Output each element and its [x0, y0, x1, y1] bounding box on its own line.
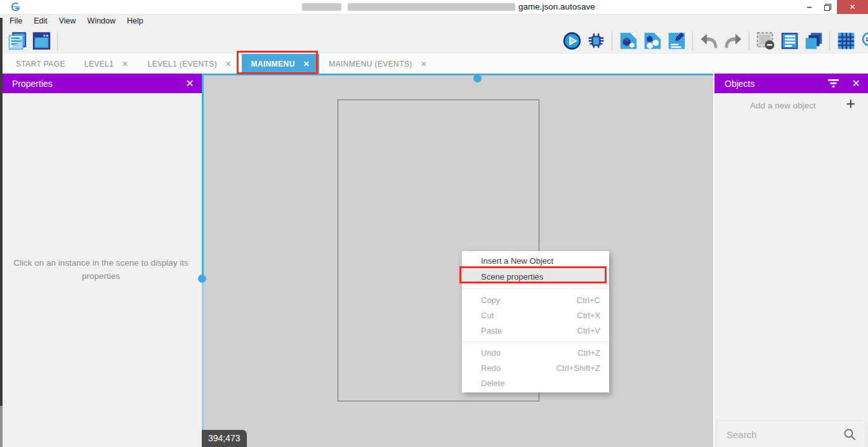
- canvas-left-border-lower: [202, 279, 204, 447]
- context-menu-item-delete: Delete: [462, 375, 609, 391]
- redo-icon[interactable]: [722, 30, 744, 52]
- menu-item-label: Delete: [481, 379, 600, 388]
- menu-item-label: Redo: [481, 363, 556, 373]
- menu-item-shortcut: Ctrl+Z: [577, 348, 600, 358]
- menu-item-view[interactable]: View: [53, 15, 82, 29]
- minimize-button[interactable]: –: [800, 0, 819, 14]
- tab-label: START PAGE: [16, 60, 65, 68]
- menu-item-edit[interactable]: Edit: [28, 15, 53, 29]
- properties-panel-header: Properties ✕: [0, 74, 202, 93]
- search-input[interactable]: [727, 425, 834, 444]
- menu-item-help[interactable]: Help: [121, 15, 149, 29]
- grid-icon[interactable]: [835, 30, 857, 52]
- gdevelop-logo-icon: [11, 2, 21, 12]
- plus-icon[interactable]: +: [846, 94, 855, 113]
- canvas-left-border: [202, 74, 204, 279]
- context-menu-separator: [462, 341, 609, 342]
- insert-objects-icon[interactable]: [641, 30, 663, 52]
- start-page-icon[interactable]: [30, 30, 52, 52]
- tab-close-icon[interactable]: ✕: [122, 60, 128, 68]
- objects-panel-header: Objects ✕: [714, 74, 868, 93]
- screen-edge-strip: [0, 406, 3, 447]
- menu-item-label: Paste: [481, 326, 577, 335]
- tab-level1[interactable]: LEVEL1✕: [75, 54, 138, 74]
- objects-panel: Objects ✕ Add a new object +: [714, 74, 868, 447]
- splitter-handle-left[interactable]: [198, 275, 206, 283]
- tab-bar: START PAGELEVEL1✕LEVEL1 (EVENTS)✕MAINMEN…: [0, 54, 868, 74]
- object-search-box: [716, 420, 866, 447]
- menu-item-shortcut: Ctrl+V: [577, 326, 600, 335]
- edit-scene-icon[interactable]: [666, 30, 687, 52]
- context-menu-item-undo: UndoCtrl+Z: [462, 345, 609, 360]
- menu-item-shortcut: Ctrl+X: [577, 311, 600, 320]
- annotation-box-mainmenu-tab: [237, 51, 319, 74]
- menu-item-label: Cut: [481, 311, 577, 320]
- splitter-handle-top[interactable]: [473, 74, 482, 82]
- layers-list-icon[interactable]: [779, 30, 800, 52]
- menu-item-label: Insert a New Object: [481, 256, 600, 266]
- scene-canvas[interactable]: 394;473: [202, 74, 713, 447]
- menu-item-window[interactable]: Window: [82, 15, 121, 29]
- menu-item-label: Undo: [481, 348, 577, 358]
- tab-level1-events[interactable]: LEVEL1 (EVENTS)✕: [138, 54, 242, 74]
- close-icon[interactable]: ✕: [186, 74, 194, 93]
- tab-close-icon[interactable]: ✕: [421, 60, 427, 68]
- properties-empty-message: Click on an instance in the scene to dis…: [5, 256, 197, 283]
- toolbar-separator: [692, 32, 693, 51]
- tab-label: LEVEL1 (EVENTS): [148, 60, 217, 68]
- add-object-label: Add a new object: [750, 101, 816, 110]
- window-title: game.json.autosave: [518, 0, 595, 14]
- context-menu-item-redo: RedoCtrl+Shift+Z: [462, 360, 609, 375]
- menubar: FileEditViewWindowHelp: [0, 14, 868, 28]
- titlebar: game.json.autosave – ✕: [0, 0, 868, 14]
- properties-panel-title: Properties: [0, 79, 53, 89]
- context-menu-item-paste: PasteCtrl+V: [462, 323, 609, 338]
- screen-edge-strip: [0, 18, 3, 406]
- debugger-icon[interactable]: [585, 30, 607, 52]
- menu-item-file[interactable]: File: [4, 15, 28, 29]
- context-menu-item-copy: CopyCtrl+C: [462, 292, 609, 308]
- play-icon[interactable]: [561, 30, 582, 52]
- toolbar-separator: [749, 32, 749, 51]
- layers-stack-icon[interactable]: [803, 30, 824, 52]
- properties-panel: Properties ✕ Click on an instance in the…: [0, 74, 202, 447]
- tab-label: MAINMENU (EVENTS): [329, 60, 412, 68]
- zoom-1-1-icon[interactable]: 1:1: [859, 30, 868, 52]
- objects-panel-title: Objects: [714, 79, 754, 89]
- svg-text:1:1: 1:1: [865, 37, 868, 42]
- toolbar: 1:1: [0, 28, 868, 54]
- close-button[interactable]: ✕: [837, 0, 868, 14]
- tab-label: LEVEL1: [84, 60, 114, 68]
- toolbar-separator: [829, 32, 830, 51]
- menu-item-shortcut: Ctrl+C: [577, 295, 600, 305]
- toolbar-separator: [612, 32, 612, 51]
- title-redaction: [302, 3, 341, 11]
- filter-icon[interactable]: [828, 74, 839, 93]
- insert-object-icon[interactable]: [617, 30, 639, 52]
- toolbar-separator: [57, 32, 58, 51]
- mask-icon[interactable]: [754, 30, 776, 52]
- context-menu-separator: [462, 288, 609, 289]
- title-redaction: [348, 3, 515, 11]
- search-icon: [843, 428, 856, 443]
- menu-item-label: Copy: [481, 295, 577, 305]
- tab-start-page[interactable]: START PAGE: [6, 54, 75, 74]
- close-icon[interactable]: ✕: [852, 74, 860, 93]
- context-menu-item-cut: CutCtrl+X: [462, 308, 609, 323]
- menu-item-shortcut: Ctrl+Shift+Z: [556, 363, 600, 373]
- project-manager-icon[interactable]: [6, 30, 28, 52]
- undo-icon[interactable]: [698, 30, 720, 52]
- restore-button[interactable]: [819, 0, 837, 14]
- add-object-button[interactable]: Add a new object +: [714, 93, 868, 117]
- annotation-box-scene-properties: [459, 266, 607, 283]
- tab-close-icon[interactable]: ✕: [225, 60, 232, 68]
- cursor-coordinates-badge: 394;473: [202, 430, 247, 447]
- tab-mainmenu-events[interactable]: MAINMENU (EVENTS)✕: [319, 54, 437, 74]
